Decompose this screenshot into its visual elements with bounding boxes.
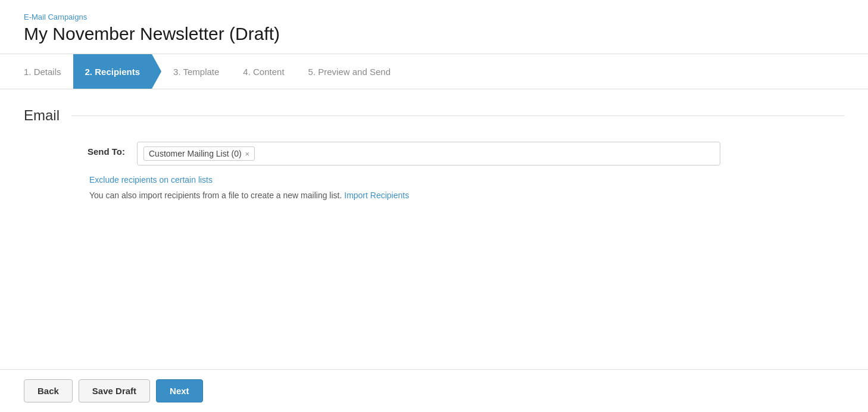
step-details[interactable]: 1. Details: [24, 54, 73, 89]
next-button[interactable]: Next: [156, 379, 203, 402]
send-to-input[interactable]: Customer Mailing List (0) ×: [137, 142, 720, 166]
breadcrumb-link[interactable]: E-Mail Campaigns: [24, 13, 87, 21]
back-button[interactable]: Back: [24, 379, 73, 402]
page-wrapper: E-Mail Campaigns My November Newsletter …: [0, 0, 868, 412]
import-recipients-link[interactable]: Import Recipients: [344, 191, 409, 200]
helper-links: Exclude recipients on certain lists You …: [24, 175, 844, 200]
send-to-label: Send To:: [71, 142, 125, 157]
recipient-tag: Customer Mailing List (0) ×: [143, 146, 255, 161]
main-content: Email Send To: Customer Mailing List (0)…: [0, 89, 868, 218]
save-draft-button[interactable]: Save Draft: [79, 379, 150, 402]
tag-label: Customer Mailing List (0): [149, 149, 242, 158]
step-template[interactable]: 3. Template: [161, 54, 231, 89]
tag-remove-button[interactable]: ×: [245, 150, 250, 158]
section-title: Email: [24, 107, 844, 124]
footer-bar: Back Save Draft Next: [0, 369, 868, 412]
step-preview-send[interactable]: 5. Preview and Send: [296, 54, 402, 89]
page-title: My November Newsletter (Draft): [24, 24, 844, 44]
exclude-link[interactable]: Exclude recipients on certain lists: [89, 175, 844, 185]
step-recipients[interactable]: 2. Recipients: [73, 54, 162, 89]
send-to-field: Customer Mailing List (0) ×: [137, 142, 720, 166]
step-content[interactable]: 4. Content: [231, 54, 296, 89]
send-to-row: Send To: Customer Mailing List (0) ×: [24, 142, 844, 166]
import-text-container: You can also import recipients from a fi…: [89, 191, 844, 200]
import-static-text: You can also import recipients from a fi…: [89, 191, 342, 200]
steps-nav: 1. Details 2. Recipients 3. Template 4. …: [0, 54, 868, 89]
header: E-Mail Campaigns My November Newsletter …: [0, 0, 868, 44]
